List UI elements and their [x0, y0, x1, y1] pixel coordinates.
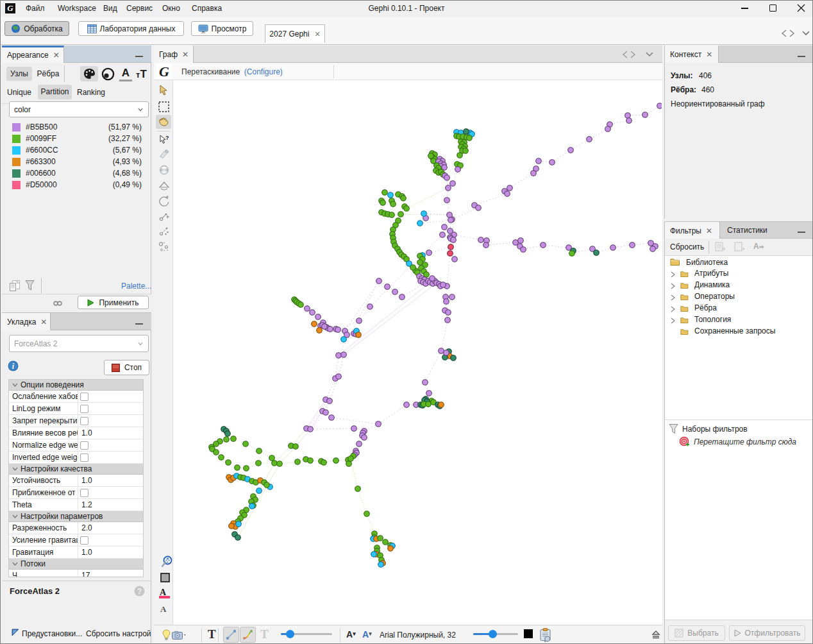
svg-text:?: ?: [137, 587, 142, 596]
svg-text:?: ?: [165, 135, 169, 141]
